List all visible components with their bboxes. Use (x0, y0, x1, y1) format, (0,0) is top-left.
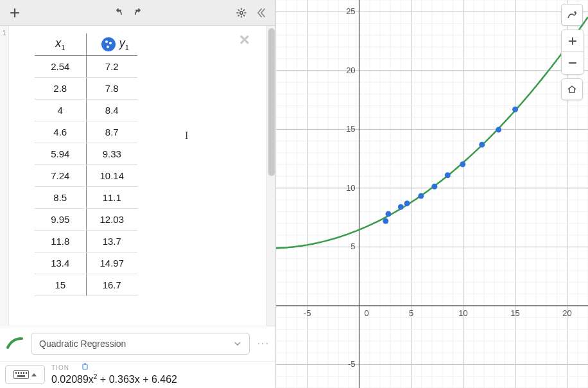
svg-text:15: 15 (346, 124, 355, 134)
regression-row: Quadratic Regression ⋮ (0, 326, 275, 361)
copy-equation-icon[interactable] (82, 363, 89, 373)
cell-x[interactable]: 13.4 (35, 252, 86, 274)
data-point[interactable] (398, 204, 404, 210)
data-point[interactable] (460, 161, 465, 167)
table-row[interactable]: 5.949.33 (35, 143, 137, 164)
cell-y[interactable]: 13.7 (86, 230, 137, 252)
data-point[interactable] (445, 172, 451, 178)
cell-x[interactable]: 2.54 (35, 55, 86, 77)
cell-y[interactable]: 7.2 (86, 55, 137, 77)
regression-options-button[interactable]: ⋮ (256, 338, 270, 349)
zoom-out-button[interactable] (562, 52, 584, 74)
table-row[interactable]: 11.813.7 (35, 230, 137, 252)
graph-settings-button[interactable] (561, 4, 583, 26)
svg-text:20: 20 (346, 66, 355, 75)
chevron-down-icon (234, 340, 241, 348)
expression-toolbar (0, 0, 275, 26)
data-point[interactable] (512, 107, 518, 112)
cell-x[interactable]: 8.5 (35, 186, 86, 208)
cell-y[interactable]: 7.8 (86, 77, 137, 99)
data-point[interactable] (418, 193, 424, 199)
data-point[interactable] (496, 127, 501, 132)
cell-y[interactable]: 10.14 (86, 164, 137, 186)
graph-canvas[interactable]: -505101520252015105-5 (276, 0, 588, 388)
add-expression-button[interactable] (5, 3, 24, 22)
cell-x[interactable]: 5.94 (35, 143, 86, 164)
row-gutter: 1 (0, 26, 9, 326)
table-row[interactable]: 4.68.7 (35, 121, 137, 143)
svg-text:-5: -5 (348, 359, 356, 369)
cell-y[interactable]: 9.33 (86, 143, 137, 164)
equation-section-label: TION (51, 364, 69, 371)
svg-text:10: 10 (346, 183, 355, 193)
keyboard-icon (13, 370, 29, 379)
cell-x[interactable]: 9.95 (35, 208, 86, 230)
column-header-y[interactable]: y1 (86, 33, 137, 55)
svg-text:-5: -5 (304, 308, 311, 318)
caret-up-icon (31, 373, 37, 376)
data-table[interactable]: x1 y1 2.547.22.87.848.44.68.75.949.337.2… (35, 33, 137, 296)
svg-text:10: 10 (458, 308, 467, 318)
row-number: 1 (0, 30, 8, 37)
cell-y[interactable]: 12.03 (86, 208, 137, 230)
regression-type-label: Quadratic Regression (39, 339, 126, 349)
graph-panel[interactable]: -505101520252015105-5 (276, 0, 588, 388)
cell-x[interactable]: 4.6 (35, 121, 86, 143)
table-row[interactable]: 8.511.1 (35, 186, 137, 208)
svg-rect-1 (83, 364, 87, 369)
scrollbar-thumb[interactable] (268, 28, 275, 176)
data-point[interactable] (383, 218, 388, 224)
home-button[interactable] (561, 78, 583, 100)
keypad-toggle-button[interactable] (5, 365, 45, 384)
data-point[interactable] (479, 142, 485, 148)
cell-x[interactable]: 7.24 (35, 164, 86, 186)
table-row[interactable]: 1516.7 (35, 274, 137, 295)
column-header-x[interactable]: x1 (35, 33, 86, 55)
settings-button[interactable] (232, 3, 251, 22)
cell-y[interactable]: 8.7 (86, 121, 137, 143)
svg-text:25: 25 (346, 6, 355, 16)
cell-y[interactable]: 16.7 (86, 274, 137, 295)
svg-text:15: 15 (510, 308, 519, 318)
svg-point-0 (240, 11, 243, 13)
regression-type-select[interactable]: Quadratic Regression (31, 333, 250, 355)
table-row[interactable]: 2.87.8 (35, 77, 137, 99)
zoom-in-button[interactable] (562, 30, 584, 52)
vertical-scrollbar[interactable] (266, 26, 275, 326)
cell-x[interactable]: 2.8 (35, 77, 86, 99)
cell-x[interactable]: 15 (35, 274, 86, 295)
table-row[interactable]: 2.547.2 (35, 55, 137, 77)
cell-x[interactable]: 11.8 (35, 230, 86, 252)
svg-text:5: 5 (350, 242, 355, 251)
svg-rect-2 (84, 363, 86, 364)
data-point[interactable] (404, 200, 410, 206)
cell-y[interactable]: 14.97 (86, 252, 137, 274)
table-row[interactable]: 13.414.97 (35, 252, 137, 274)
regression-curve-icon[interactable] (5, 334, 24, 353)
undo-button[interactable] (109, 3, 128, 22)
delete-expression-button[interactable]: × (239, 31, 250, 49)
table-row[interactable]: 48.4 (35, 99, 137, 121)
data-point[interactable] (385, 211, 391, 217)
data-point[interactable] (431, 184, 437, 190)
svg-text:0: 0 (365, 308, 369, 318)
cell-y[interactable]: 8.4 (86, 99, 137, 121)
svg-text:5: 5 (409, 308, 413, 318)
cell-x[interactable]: 4 (35, 99, 86, 121)
text-caret-icon: I (185, 130, 188, 141)
expression-content[interactable]: × x1 y1 2.547.22.87.848.44.68.75.949.337… (9, 26, 275, 326)
points-style-icon[interactable] (101, 37, 116, 51)
cell-y[interactable]: 11.1 (86, 186, 137, 208)
collapse-panel-button[interactable] (251, 3, 270, 22)
redo-button[interactable] (128, 3, 148, 22)
table-row[interactable]: 7.2410.14 (35, 164, 137, 186)
equation-formula: 0.02089x2 + 0.363x + 6.462 (51, 373, 270, 385)
table-row[interactable]: 9.9512.03 (35, 208, 137, 230)
svg-text:20: 20 (562, 308, 571, 318)
